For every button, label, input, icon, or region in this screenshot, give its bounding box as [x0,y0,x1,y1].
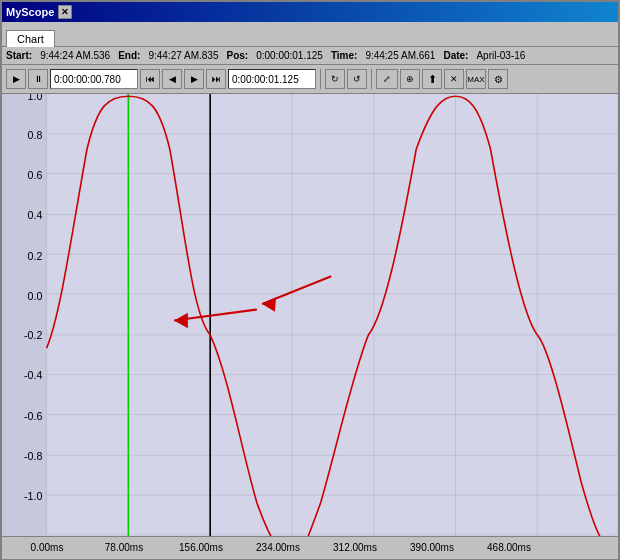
svg-text:78.00ms: 78.00ms [105,542,143,553]
zoom-x-button[interactable]: ✕ [444,69,464,89]
date-value: April-03-16 [476,50,525,61]
svg-text:0.4: 0.4 [28,209,43,221]
close-button[interactable]: ✕ [58,5,72,19]
zoom-out-button[interactable]: ⬆ [422,69,442,89]
refresh-button[interactable]: ↻ [325,69,345,89]
end-label: End: [118,50,140,61]
main-window: MyScope ✕ Chart Start: 9:44:24 AM.536 En… [0,0,620,560]
svg-text:-0.8: -0.8 [24,450,42,462]
x-axis-svg: 0.00ms 78.00ms 156.00ms 234.00ms 312.00m… [2,537,618,559]
svg-text:-0.6: -0.6 [24,410,42,422]
pos-label: Pos: [226,50,248,61]
zoom-in-button[interactable]: ⊕ [400,69,420,89]
start-value: 9:44:24 AM.536 [40,50,110,61]
separator1 [320,69,321,89]
svg-text:-1.0: -1.0 [24,489,42,501]
svg-rect-0 [2,94,618,536]
window-title: MyScope [6,6,54,18]
chart-tab-label: Chart [17,33,44,45]
toolbar: ▶ ⏸ 0:00:00:00.780 ⏮ ◀ ▶ ⏭ 0:00:00:01.12… [2,64,618,94]
prev-button[interactable]: ◀ [162,69,182,89]
title-bar-left: MyScope ✕ [6,5,72,19]
svg-text:0.2: 0.2 [28,250,43,262]
settings-button[interactable]: ⚙ [488,69,508,89]
svg-text:-0.4: -0.4 [24,369,42,381]
svg-text:0.6: 0.6 [28,169,43,181]
svg-text:234.00ms: 234.00ms [256,542,300,553]
zoom-fit-button[interactable]: ⤢ [376,69,398,89]
svg-text:390.00ms: 390.00ms [410,542,454,553]
svg-rect-1 [2,94,47,536]
svg-text:0.00ms: 0.00ms [31,542,64,553]
pos-value: 0:00:00:01.125 [256,50,323,61]
chart-tab[interactable]: Chart [6,30,55,47]
chart-svg: 1.0 0.8 0.6 0.4 0.2 0.0 -0.2 -0.4 -0.6 -… [2,94,618,536]
pause-button[interactable]: ⏸ [28,69,48,89]
play-button[interactable]: ▶ [6,69,26,89]
tab-bar: Chart [2,22,618,46]
start-label: Start: [6,50,32,61]
time-value: 9:44:25 AM.661 [365,50,435,61]
pos-input[interactable]: 0:00:00:01.125 [228,69,316,89]
max-button[interactable]: MAX [466,69,486,89]
chart-area: 1.0 0.8 0.6 0.4 0.2 0.0 -0.2 -0.4 -0.6 -… [2,94,618,536]
play2-button[interactable]: ▶ [184,69,204,89]
svg-text:0.8: 0.8 [28,129,43,141]
title-bar: MyScope ✕ [2,2,618,22]
svg-text:0.0: 0.0 [28,289,43,301]
skip-start-button[interactable]: ⏮ [140,69,160,89]
svg-text:312.00ms: 312.00ms [333,542,377,553]
skip-end-button[interactable]: ⏭ [206,69,226,89]
svg-text:-0.2: -0.2 [24,329,42,341]
end-value: 9:44:27 AM.835 [148,50,218,61]
date-label: Date: [443,50,468,61]
svg-text:468.00ms: 468.00ms [487,542,531,553]
x-axis-bar: 0.00ms 78.00ms 156.00ms 234.00ms 312.00m… [2,536,618,558]
refresh2-button[interactable]: ↺ [347,69,367,89]
separator2 [371,69,372,89]
svg-text:156.00ms: 156.00ms [179,542,223,553]
time-label: Time: [331,50,358,61]
svg-text:1.0: 1.0 [28,94,43,102]
info-bar: Start: 9:44:24 AM.536 End: 9:44:27 AM.83… [2,46,618,64]
time-input[interactable]: 0:00:00:00.780 [50,69,138,89]
